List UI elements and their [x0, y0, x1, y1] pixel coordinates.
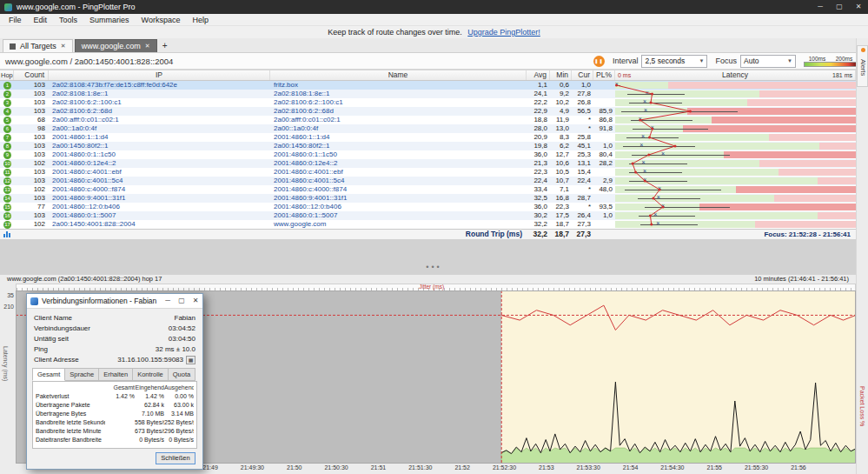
dialog-minimize-icon[interactable]: ─: [161, 294, 175, 308]
menu-item-edit[interactable]: Edit: [28, 14, 54, 26]
round-trip-row: Round Trip (ms) 32,2 18,7 27,3 Focus: 21…: [0, 229, 856, 239]
pause-trace-button[interactable]: ❚❚: [593, 56, 605, 67]
tab-close-icon[interactable]: ✕: [61, 43, 66, 50]
hop-row[interactable]: 41032a02:8100:6:2::68d2a02:8100:6:2::68d…: [0, 107, 856, 116]
dialog-close-icon[interactable]: ✕: [189, 294, 202, 308]
latency-avg-marker: ×: [639, 116, 642, 124]
hop-row[interactable]: 21032a02:8108:1:8e::12a02:8108:1:8e::124…: [0, 90, 856, 98]
new-target-tab-button[interactable]: +: [159, 39, 171, 52]
hop-row[interactable]: 131022001:4860:c:4000::f8742001:4860:c:4…: [0, 185, 856, 194]
hop-pl: 1,0: [593, 211, 615, 220]
hop-avg: 32,5: [527, 194, 550, 203]
close-button[interactable]: Schließen: [156, 452, 195, 464]
hop-cur: 45,1: [572, 142, 593, 150]
close-icon[interactable]: ✕: [849, 0, 868, 14]
hop-latency-bar: ×: [615, 168, 856, 177]
time-tick-label: 21:55: [706, 464, 722, 471]
stats-value: 1.42 %: [105, 392, 135, 401]
hop-row[interactable]: 5682a00:afff:0:c01::c02:12a00:afff:0:c01…: [0, 116, 856, 124]
interval-value: 2,5 seconds: [645, 57, 685, 65]
latency-header-label: Latency: [722, 70, 748, 79]
dialog-title-bar[interactable]: Verbindungsinformationen - Fabian ─ ▢ ✕: [27, 294, 202, 309]
focus-select[interactable]: Auto ▼: [740, 55, 796, 68]
focus-label: Focus: [715, 57, 737, 65]
hop-cell: 5: [0, 116, 14, 124]
hop-row[interactable]: 101022001:4860:0:12e4::22001:4860:0:12e4…: [0, 159, 856, 168]
hop-avg: 22,9: [527, 107, 550, 116]
minimize-icon[interactable]: ─: [811, 0, 830, 14]
alerts-label: Alerts: [859, 59, 867, 76]
hop-row[interactable]: 11032a02:8108:473b:f7e:de15:c8ff:fe0d:64…: [0, 81, 856, 90]
dialog-tab-quota[interactable]: Quota: [169, 368, 195, 381]
hop-row[interactable]: 15772001:4860::12:0:b4062001:4860::12:0:…: [0, 203, 856, 211]
hop-row[interactable]: 71032001:4860:1::1:d42001:4860:1::1:d420…: [0, 133, 856, 142]
menu-item-workspace[interactable]: Workspace: [136, 14, 187, 26]
col-min[interactable]: Min: [550, 70, 572, 80]
col-cur[interactable]: Cur: [572, 70, 593, 80]
col-count[interactable]: Count: [14, 70, 49, 80]
menu-item-summaries[interactable]: Summaries: [83, 14, 136, 26]
time-tick-label: 21:52: [454, 464, 470, 471]
tab-close-icon[interactable]: ✕: [145, 43, 150, 50]
menu-item-file[interactable]: File: [3, 14, 28, 26]
hop-ip: 2a02:8100:6:2::68d: [49, 107, 270, 116]
stats-header-row: GesamtEingehendAusgehend: [36, 384, 194, 392]
latency-range-whisker: [645, 207, 729, 208]
hop-count: 77: [14, 203, 49, 211]
hop-row[interactable]: 161032001:4860:0:1::50072001:4860:0:1::5…: [0, 211, 856, 220]
pane-splitter[interactable]: •••: [0, 239, 868, 275]
timeline-ruler[interactable]: Jitter (ms): [16, 284, 856, 290]
address-detail-button[interactable]: ▦: [186, 356, 195, 364]
col-latency[interactable]: 0 ms Latency 181 ms: [615, 70, 856, 80]
dialog-tab-erhalten[interactable]: Erhalten: [99, 368, 133, 381]
hop-row[interactable]: 141032001:4860:9:4001::31f12001:4860:9:4…: [0, 194, 856, 203]
dialog-info-row: Verbindungsdauer03:04:52: [34, 324, 195, 334]
latency-axis-mid: 210: [1, 304, 14, 310]
splitter-handle-icon[interactable]: •••: [426, 263, 441, 271]
hop-cur: *: [572, 116, 593, 124]
stats-value: [105, 418, 135, 427]
maximize-icon[interactable]: ▢: [830, 0, 849, 14]
hop-cur: 13,1: [572, 159, 593, 168]
packet-loss-axis-title: Packet Loss %: [859, 386, 865, 426]
col-name[interactable]: Name: [270, 70, 527, 80]
hop-row[interactable]: 111032001:4860:c:4001::ebf2001:4860:c:40…: [0, 168, 856, 177]
menu-item-help[interactable]: Help: [186, 14, 215, 26]
dialog-info-row: Untätig seit03:04:50: [34, 334, 195, 344]
hop-pl: 93,5: [593, 203, 615, 211]
latency-avg-marker: ×: [643, 168, 646, 176]
dialog-tab-kontrolle[interactable]: Kontrolle: [133, 368, 169, 381]
hop-row[interactable]: 31032a02:8100:6:2::100:c12a02:8100:6:2::…: [0, 98, 856, 107]
hop-number-badge: 9: [3, 151, 11, 159]
hop-row[interactable]: 81032a00:1450:80f2::12a00:1450:80f2::119…: [0, 142, 856, 150]
hop-pl: 28,2: [593, 159, 615, 168]
upgrade-link[interactable]: Upgrade PingPlotter!: [467, 28, 540, 37]
hop-row[interactable]: 171022a00:1450:4001:828::2004www.google.…: [0, 220, 856, 229]
info-value: 03:04:52: [169, 324, 195, 334]
hop-min: 16,8: [550, 194, 572, 203]
col-pl[interactable]: PL%: [593, 70, 615, 80]
hop-row[interactable]: 6982a00::1a0:0:4f2a00::1a0:0:4f28,013,0*…: [0, 124, 856, 133]
col-hop[interactable]: Hop: [0, 70, 14, 80]
alerts-side-tab[interactable]: Alerts: [857, 45, 868, 87]
dialog-maximize-icon[interactable]: ▢: [175, 294, 189, 308]
hop-name: www.google.com: [270, 220, 527, 229]
col-avg[interactable]: Avg: [527, 70, 550, 80]
stats-row: Bandbreite letzte Sekunde558 Bytes/s252 …: [36, 418, 194, 427]
dialog-tab-gesamt[interactable]: Gesamt: [32, 368, 65, 381]
hop-row[interactable]: 91032001:4860:0:1::1c502001:4860:0:1::1c…: [0, 150, 856, 159]
hop-row[interactable]: 121032001:4860:c:4001::5c42001:4860:c:40…: [0, 177, 856, 185]
hop-cell: 7: [0, 133, 14, 142]
interval-select[interactable]: 2,5 seconds ▼: [641, 55, 707, 68]
latency-axis-top: 35: [1, 292, 14, 298]
col-ip[interactable]: IP: [49, 70, 270, 80]
stats-label: Dateitransfer Bandbreite: [36, 436, 105, 444]
tab-target-google[interactable]: www.google.com ✕: [75, 39, 157, 52]
hop-min: 10,5: [550, 168, 572, 177]
latency-avg-marker: ×: [615, 81, 619, 89]
stats-header: Gesamt: [105, 384, 135, 392]
dialog-tab-sprache[interactable]: Sprache: [65, 368, 99, 381]
tab-all-targets[interactable]: All Targets ✕: [3, 39, 73, 52]
menu-item-tools[interactable]: Tools: [53, 14, 83, 26]
latency-band-loss: [774, 195, 856, 202]
